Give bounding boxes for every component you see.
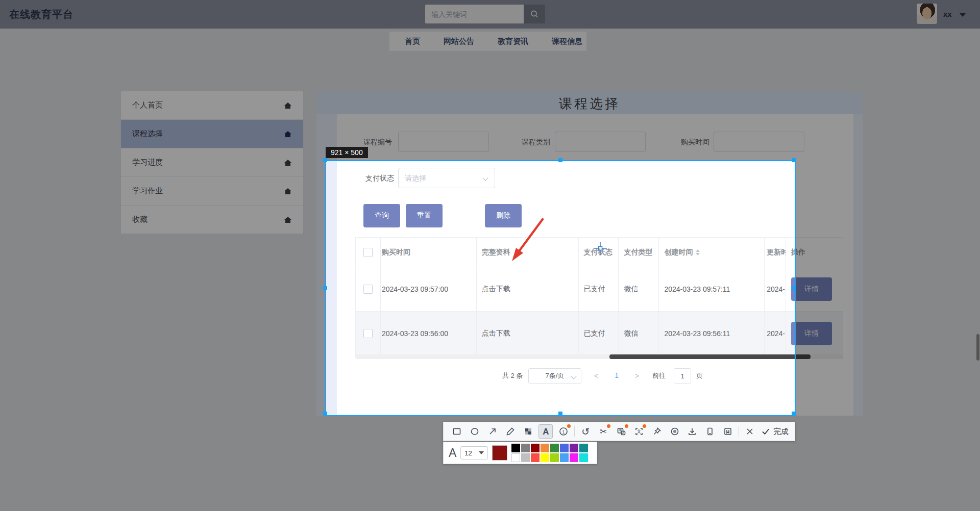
pay-status-select[interactable]: 请选择 [398,168,495,188]
svg-text:1: 1 [562,429,565,435]
svg-text:A: A [622,431,625,435]
screen: 在线教育平台 xx 首页 网站公告 教育资讯 课程信息 个人首页 课程选择 [0,0,980,511]
color-swatch[interactable] [511,453,520,462]
color-swatch[interactable] [521,444,530,452]
sort-icon[interactable] [696,249,700,256]
selected-color-swatch[interactable] [492,445,507,461]
notification-dot [643,424,646,428]
undo-tool-icon[interactable]: ↺ [578,424,593,439]
ellipse-tool-icon[interactable] [468,424,482,439]
goto-label: 前往 [652,368,666,384]
col-create-time[interactable]: 创建时间 [659,238,765,267]
download-link[interactable]: 点击下载 [477,312,579,355]
pagination-total: 共 2 条 [502,368,523,384]
snip-toolbar: A 1 ↺ ✂ 中A 文 [443,422,795,441]
download-link[interactable]: 点击下载 [477,267,579,311]
confirm-button[interactable]: 完成 [761,426,789,437]
mobile-tool-icon[interactable] [703,424,717,439]
pencil-tool-icon[interactable] [503,424,518,439]
color-palette [511,444,588,462]
font-icon: A [449,447,456,459]
handle-bottom-right[interactable] [792,412,796,416]
color-swatch[interactable] [560,453,569,462]
prev-page-button[interactable]: < [591,368,601,384]
color-swatch[interactable] [579,444,588,452]
handle-top-right[interactable] [792,158,796,162]
cut-tool-icon[interactable]: ✂ [596,424,610,439]
next-page-button[interactable]: > [632,368,642,384]
col-material: 完整资料 [477,238,579,267]
dim-overlay-left [0,161,326,416]
bookmark-tool-icon[interactable] [721,424,735,439]
row-checkbox[interactable] [363,285,373,294]
pin-tool-icon[interactable] [650,424,664,439]
record-tool-icon[interactable] [668,424,682,439]
mosaic-tool-icon[interactable] [521,424,535,439]
chevron-down-icon [571,373,576,379]
download-tool-icon[interactable] [685,424,699,439]
col-update-time: 更新时间 [767,248,786,257]
handle-bottom-mid[interactable] [558,412,562,416]
col-pay-type: 支付类型 [619,238,659,267]
select-all-checkbox[interactable] [363,248,373,257]
color-swatch[interactable] [541,444,549,452]
color-swatch[interactable] [541,453,549,462]
step-number-tool-icon[interactable]: 1 [556,424,571,439]
notification-dot [607,424,610,428]
pay-status-label: 支付状态 [357,168,394,188]
translate-tool-icon[interactable]: 中A [614,424,628,439]
table-h-scrollbar [355,354,843,359]
text-tool-icon[interactable]: A [538,424,553,439]
toolbar-divider [739,426,739,437]
table-h-scrollbar-thumb[interactable] [609,354,811,359]
query-button[interactable]: 查询 [363,204,400,227]
color-swatch[interactable] [511,444,520,452]
color-swatch[interactable] [560,444,569,452]
selection-size-label: 921 × 500 [326,147,368,158]
arrow-tool-icon[interactable] [485,424,500,439]
page-size-select[interactable]: 7条/页 [528,368,581,384]
col-pay-status: 支付状态 [579,238,619,267]
handle-top-left[interactable] [323,158,327,162]
notification-dot [567,424,571,428]
col-buy-time: 购买时间 [382,248,410,257]
dim-overlay-top [0,0,980,161]
color-swatch[interactable] [579,453,588,462]
svg-text:文: 文 [636,429,641,434]
chevron-down-icon [479,451,484,454]
handle-mid-left[interactable] [323,286,327,290]
table-row: 2024-03-23 09:56:00 点击下载 已支付 微信 2024-03-… [356,312,843,356]
reset-button[interactable]: 重置 [406,204,443,227]
dim-overlay-right [795,161,980,416]
color-swatch[interactable] [570,444,578,452]
course-table: 购买时间 完整资料 支付状态 支付类型 创建时间 更新时间 操作 2024-03… [355,237,843,356]
toolbar-divider [574,426,575,437]
color-swatch[interactable] [531,453,540,462]
font-size-select[interactable]: 12 [460,446,488,459]
current-page[interactable]: 1 [609,368,624,384]
table-header-row: 购买时间 完整资料 支付状态 支付类型 创建时间 更新时间 操作 [356,238,843,267]
rectangle-tool-icon[interactable] [450,424,464,439]
row-checkbox[interactable] [363,329,373,338]
handle-mid-right[interactable] [792,286,796,290]
ocr-tool-icon[interactable]: 文 [632,424,646,439]
handle-top-mid[interactable] [558,158,562,162]
color-swatch[interactable] [570,453,578,462]
color-swatch[interactable] [550,453,559,462]
color-swatch[interactable] [531,444,540,452]
goto-page-input[interactable] [674,368,691,384]
cancel-button[interactable] [743,424,757,439]
notification-dot [625,424,628,428]
table-row: 2024-03-23 09:57:00 点击下载 已支付 微信 2024-03-… [356,267,843,312]
delete-button[interactable]: 删除 [485,204,522,227]
color-swatch[interactable] [521,453,530,462]
color-swatch[interactable] [550,444,559,452]
text-options-popup: A 12 [443,442,597,464]
handle-bottom-left[interactable] [323,412,327,416]
page-unit-label: 页 [696,368,703,384]
check-icon [761,426,771,437]
pay-status-placeholder: 请选择 [399,168,495,188]
